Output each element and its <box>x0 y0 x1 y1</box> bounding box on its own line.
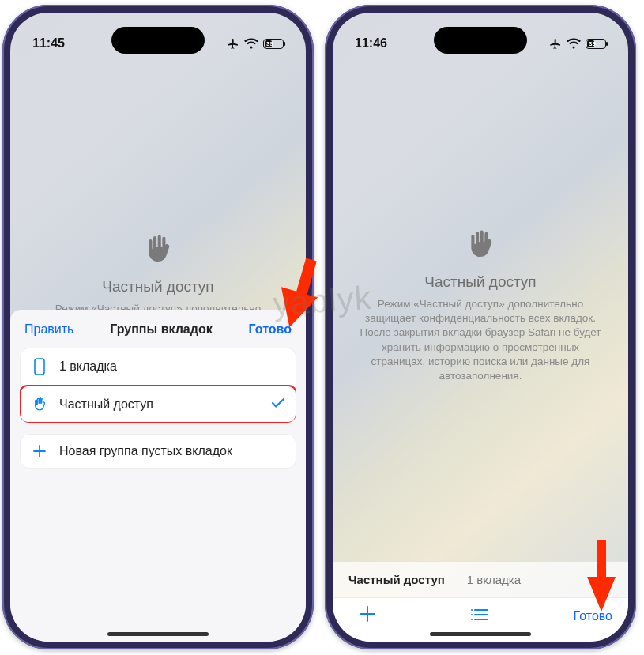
tab-group-item-tabs[interactable]: 1 вкладка <box>20 348 296 386</box>
private-title: Частный доступ <box>353 273 608 291</box>
checkmark-icon <box>271 397 285 412</box>
phone-right: 11:46 39 Частный доступ Режим «Частный д <box>325 5 636 649</box>
battery-level: 39 <box>266 40 273 47</box>
screen-left: 11:45 39 Частный доступ Режим «Частный д <box>10 13 306 642</box>
wifi-icon <box>567 38 581 49</box>
plus-icon <box>31 444 48 458</box>
hand-icon <box>31 397 48 412</box>
status-icons: 39 <box>549 37 606 50</box>
svg-rect-0 <box>35 359 44 375</box>
annotation-arrow-done-toolbar <box>582 540 620 612</box>
dynamic-island <box>111 27 205 54</box>
battery-level: 39 <box>589 40 596 47</box>
new-tab-group-button[interactable]: Новая группа пустых вкладок <box>20 434 296 469</box>
home-indicator[interactable] <box>107 632 209 636</box>
private-desc: Режим «Частный доступ» дополнительно защ… <box>353 297 608 383</box>
private-mode-block: Частный доступ Режим «Частный доступ» до… <box>10 232 306 316</box>
hand-icon <box>465 228 496 265</box>
new-tab-button[interactable] <box>348 605 386 627</box>
phone-left: 11:45 39 Частный доступ Режим «Частный д <box>2 5 314 649</box>
tab-groups-button[interactable] <box>461 606 499 627</box>
tab-icon <box>31 358 48 375</box>
new-group-section: Новая группа пустых вкладок <box>20 434 296 469</box>
airplane-icon <box>227 37 239 50</box>
status-time: 11:46 <box>355 36 387 51</box>
svg-point-4 <box>471 609 473 611</box>
private-mode-block: Частный доступ Режим «Частный доступ» до… <box>333 228 628 383</box>
tab-group-item-label: 1 вкладка <box>59 359 285 374</box>
tab-group-list: 1 вкладка Частный доступ <box>20 348 296 423</box>
tab-group-item-private[interactable]: Частный доступ <box>20 386 296 423</box>
private-title: Частный доступ <box>31 278 285 296</box>
tab-one-tab[interactable]: 1 вкладка <box>467 573 521 586</box>
svg-point-5 <box>471 614 473 615</box>
screenshot-pair: 11:45 39 Частный доступ Режим «Частный д <box>0 0 644 654</box>
annotation-arrow-done-sheet <box>269 256 318 327</box>
new-group-label: Новая группа пустых вкладок <box>59 444 285 458</box>
status-icons: 39 <box>227 37 284 50</box>
home-indicator[interactable] <box>430 632 531 636</box>
plus-icon <box>359 605 376 627</box>
tab-group-item-label: Частный доступ <box>59 397 260 412</box>
list-icon <box>470 606 489 627</box>
wifi-icon <box>244 38 258 49</box>
sheet-header: Править Группы вкладок Готово <box>20 319 296 348</box>
tab-private[interactable]: Частный доступ <box>348 573 445 586</box>
airplane-icon <box>549 37 562 50</box>
sheet-title: Группы вкладок <box>110 322 212 337</box>
hand-icon <box>142 232 174 270</box>
dynamic-island <box>434 27 527 54</box>
edit-button[interactable]: Править <box>24 322 73 337</box>
tab-groups-sheet: Править Группы вкладок Готово 1 вкладка <box>10 310 306 642</box>
svg-point-6 <box>471 619 473 620</box>
status-time: 11:45 <box>32 36 65 51</box>
